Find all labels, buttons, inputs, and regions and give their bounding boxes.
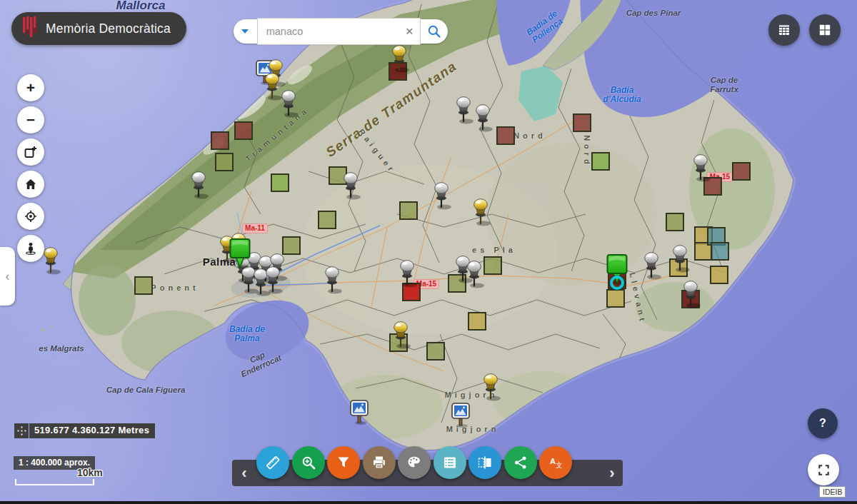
map-marker-green-pin[interactable] — [228, 238, 252, 269]
map-marker-pin-gray[interactable] — [681, 281, 700, 308]
map-marker-square[interactable] — [711, 242, 729, 261]
help-button[interactable]: ? — [808, 408, 838, 438]
palette-icon — [406, 455, 422, 470]
map-marker-pin-gray[interactable] — [341, 172, 360, 199]
crosshair-icon — [14, 423, 29, 438]
map-marker-pin-gray[interactable] — [264, 266, 282, 293]
attribute-table-button[interactable] — [768, 14, 800, 46]
home-icon — [24, 177, 38, 191]
print-button[interactable] — [363, 446, 396, 479]
map-marker-pin-yellow[interactable] — [481, 373, 500, 400]
coordinate-readout: 519.677 4.360.127 Metres — [14, 423, 155, 438]
viewport-edge — [0, 501, 857, 504]
app-title: Memòria Democràtica — [46, 21, 171, 36]
scale-bar — [14, 477, 96, 490]
map-marker-pin-yellow[interactable] — [390, 45, 409, 72]
map-marker-pin-gray[interactable] — [279, 90, 298, 117]
zoom-in-button[interactable]: + — [17, 74, 44, 101]
locate-button[interactable] — [17, 203, 44, 230]
map-marker-square[interactable] — [591, 152, 610, 171]
caret-down-icon — [241, 29, 249, 34]
map-marker-pin-yellow[interactable] — [263, 73, 281, 100]
funnel-icon — [336, 455, 351, 470]
map-marker-square[interactable] — [271, 173, 289, 192]
attribution-badge[interactable]: IDEIB — [819, 486, 846, 498]
list-icon — [442, 455, 458, 470]
map-marker-square[interactable] — [282, 236, 301, 255]
map-viewport[interactable]: MallorcaBadia dePollençaCap des PinarBad… — [0, 0, 857, 504]
magnifier-plus-icon — [301, 455, 316, 470]
map-marker-pin-gray[interactable] — [398, 260, 416, 287]
measure-button[interactable] — [256, 446, 289, 479]
toolbar-next-button[interactable]: › — [601, 460, 623, 486]
app-logo[interactable]: Memòria Democràtica — [11, 12, 186, 45]
map-marker-pin-gray[interactable] — [691, 154, 710, 181]
map-marker-square[interactable] — [710, 266, 728, 284]
grid-icon — [818, 23, 832, 37]
search-bar[interactable]: × — [234, 19, 448, 44]
export-icon — [24, 145, 38, 159]
sidebar-collapse-tab[interactable]: ‹ — [0, 247, 15, 306]
fullscreen-icon — [817, 463, 831, 477]
map-marker-pin-yellow[interactable] — [471, 198, 490, 226]
map-marker-pin-gray[interactable] — [642, 252, 661, 279]
swipe-button[interactable] — [468, 446, 501, 479]
compare-icon — [477, 455, 493, 470]
target-icon — [24, 209, 38, 223]
svg-text:文: 文 — [556, 461, 563, 469]
map-marker-photo-sign[interactable] — [449, 401, 472, 428]
share-icon — [513, 455, 528, 470]
zoom-out-button[interactable]: − — [17, 106, 44, 133]
search-submit-button[interactable] — [421, 19, 448, 44]
map-marker-pin-gray[interactable] — [671, 245, 689, 272]
map-marker-square[interactable] — [134, 276, 153, 295]
map-marker-square[interactable] — [215, 153, 234, 171]
map-marker-pin-gray[interactable] — [454, 96, 473, 124]
map-marker-pin-yellow[interactable] — [391, 321, 410, 348]
ruler-icon — [265, 455, 281, 470]
map-marker-select-ring[interactable] — [608, 273, 626, 292]
search-type-dropdown[interactable] — [234, 19, 257, 44]
map-marker-square[interactable] — [468, 312, 486, 331]
map-marker-pin-yellow[interactable] — [41, 247, 60, 274]
translate-button[interactable]: A文 — [539, 446, 572, 479]
map-marker-square[interactable] — [573, 114, 591, 132]
symbology-button[interactable] — [398, 446, 431, 479]
share-button[interactable] — [504, 446, 537, 479]
map-marker-square[interactable] — [234, 121, 253, 140]
map-marker-square[interactable] — [732, 162, 751, 181]
map-marker-square[interactable] — [666, 213, 684, 231]
add-extent-button[interactable] — [17, 138, 44, 166]
home-button[interactable] — [17, 171, 44, 198]
map-marker-square[interactable] — [483, 256, 502, 275]
map-marker-pin-gray[interactable] — [473, 104, 492, 131]
toolbar-prev-button[interactable]: ‹ — [234, 460, 255, 486]
map-marker-pin-gray[interactable] — [323, 266, 341, 293]
filter-button[interactable] — [327, 446, 360, 479]
basemap-gallery-button[interactable] — [809, 14, 841, 46]
fullscreen-button[interactable] — [808, 454, 839, 485]
map-marker-square[interactable] — [318, 211, 336, 229]
zoom-search-button[interactable] — [292, 446, 325, 479]
svg-text:A: A — [550, 457, 556, 465]
map-marker-square[interactable] — [426, 342, 445, 361]
map-marker-square[interactable] — [211, 131, 229, 150]
search-input[interactable] — [258, 26, 403, 37]
streetview-button[interactable] — [17, 235, 44, 262]
senyera-shield-icon — [20, 15, 39, 42]
coordinates-value: 519.677 4.360.127 Metres — [29, 423, 155, 438]
map-marker-square[interactable] — [399, 201, 418, 220]
map-marker-pin-gray[interactable] — [432, 182, 451, 209]
legend-button[interactable] — [433, 446, 466, 479]
table-icon — [777, 23, 791, 37]
printer-icon — [371, 455, 387, 470]
search-field-wrap: × — [257, 18, 421, 45]
search-clear-button[interactable]: × — [403, 24, 420, 39]
translate-icon: A文 — [548, 455, 563, 470]
map-marker-pin-gray[interactable] — [465, 261, 483, 288]
map-marker-photo-sign[interactable] — [348, 398, 371, 425]
map-marker-square[interactable] — [496, 126, 515, 145]
pegman-icon — [24, 241, 38, 256]
search-icon — [427, 24, 441, 39]
map-marker-pin-gray[interactable] — [189, 171, 208, 198]
